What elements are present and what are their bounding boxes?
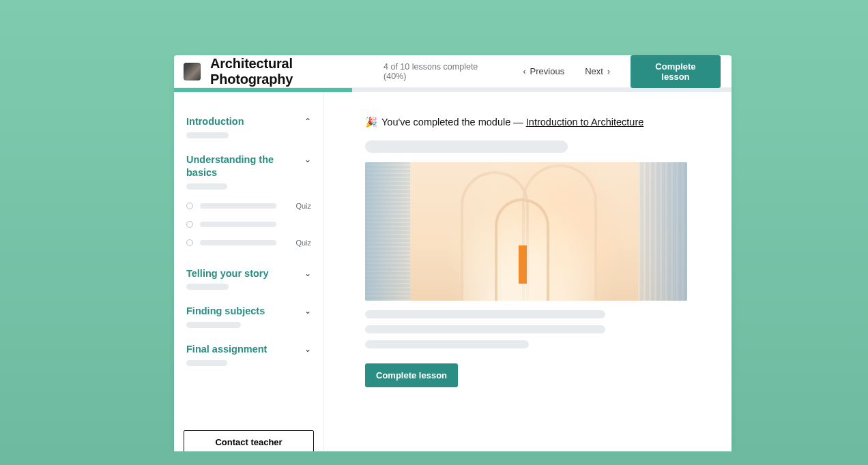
completion-prefix: You've completed the module — <box>381 117 526 127</box>
lesson-tag: Quiz <box>295 239 311 247</box>
module-subtext-placeholder <box>186 183 227 190</box>
lesson-item[interactable]: Quiz <box>186 233 311 252</box>
radio-unchecked-icon <box>186 202 193 209</box>
module-title: Telling your story <box>186 267 269 280</box>
lesson-title-placeholder <box>200 240 276 245</box>
previous-button[interactable]: ‹ Previous <box>518 62 570 80</box>
lesson-item[interactable]: Quiz <box>186 196 311 215</box>
module-finding-subjects[interactable]: Finding subjects ⌄ <box>174 299 323 338</box>
progress-bar <box>174 88 732 92</box>
complete-lesson-button-header[interactable]: Complete lesson <box>631 55 721 88</box>
course-thumbnail <box>184 63 201 80</box>
module-telling-your-story[interactable]: Telling your story ⌄ <box>174 262 323 300</box>
sidebar-footer: Contact teacher <box>174 422 323 451</box>
chevron-down-icon: ⌄ <box>304 306 311 316</box>
main-content: 🎉You've completed the module — Introduct… <box>324 92 732 451</box>
body: Introduction ⌃ Understanding the basics … <box>174 92 732 451</box>
chevron-down-icon: ⌄ <box>304 155 311 164</box>
lesson-title-placeholder <box>200 203 276 209</box>
body-text-placeholder <box>365 340 529 348</box>
chevron-down-icon: ⌄ <box>304 344 311 354</box>
module-title: Introduction <box>186 115 244 128</box>
module-understanding-basics[interactable]: Understanding the basics ⌄ Quiz <box>174 148 323 262</box>
radio-unchecked-icon <box>186 221 193 228</box>
page-background: Architectural Photography 4 of 10 lesson… <box>16 10 856 451</box>
lesson-title-placeholder <box>200 222 276 227</box>
lesson-list: Quiz Quiz <box>186 196 311 252</box>
chevron-up-icon: ⌃ <box>304 117 311 126</box>
previous-label: Previous <box>530 66 565 76</box>
chevron-down-icon: ⌄ <box>304 269 311 278</box>
progress-fill <box>174 88 352 92</box>
module-title: Final assignment <box>186 343 267 356</box>
course-app: Architectural Photography 4 of 10 lesson… <box>174 55 732 451</box>
completion-message: 🎉You've completed the module — Introduct… <box>365 117 691 128</box>
lesson-tag: Quiz <box>295 202 311 210</box>
module-subtext-placeholder <box>186 360 227 366</box>
module-introduction[interactable]: Introduction ⌃ <box>174 110 323 148</box>
next-button[interactable]: Next › <box>579 62 616 80</box>
sidebar: Introduction ⌃ Understanding the basics … <box>174 92 324 451</box>
body-text-placeholder <box>365 325 605 333</box>
lesson-item[interactable] <box>186 215 311 233</box>
course-title: Architectural Photography <box>210 56 373 87</box>
progress-text: 4 of 10 lessons complete (40%) <box>384 62 499 81</box>
module-subtext-placeholder <box>186 284 229 290</box>
party-popper-icon: 🎉 <box>365 117 377 127</box>
completed-module-link[interactable]: Introduction to Architecture <box>526 117 644 127</box>
sidebar-modules: Introduction ⌃ Understanding the basics … <box>174 110 323 422</box>
chevron-right-icon: › <box>607 67 610 76</box>
next-label: Next <box>585 66 603 76</box>
heading-placeholder <box>365 140 568 153</box>
body-text-placeholder <box>365 310 605 318</box>
lesson-hero-image <box>365 162 687 301</box>
radio-unchecked-icon <box>186 239 193 246</box>
chevron-left-icon: ‹ <box>523 67 526 76</box>
module-title: Understanding the basics <box>186 153 295 179</box>
header: Architectural Photography 4 of 10 lesson… <box>174 55 732 88</box>
module-final-assignment[interactable]: Final assignment ⌄ <box>174 338 323 376</box>
module-subtext-placeholder <box>186 132 229 138</box>
module-title: Finding subjects <box>186 305 265 318</box>
module-subtext-placeholder <box>186 322 241 328</box>
contact-teacher-button[interactable]: Contact teacher <box>184 430 314 451</box>
complete-lesson-button-inline[interactable]: Complete lesson <box>365 363 458 387</box>
